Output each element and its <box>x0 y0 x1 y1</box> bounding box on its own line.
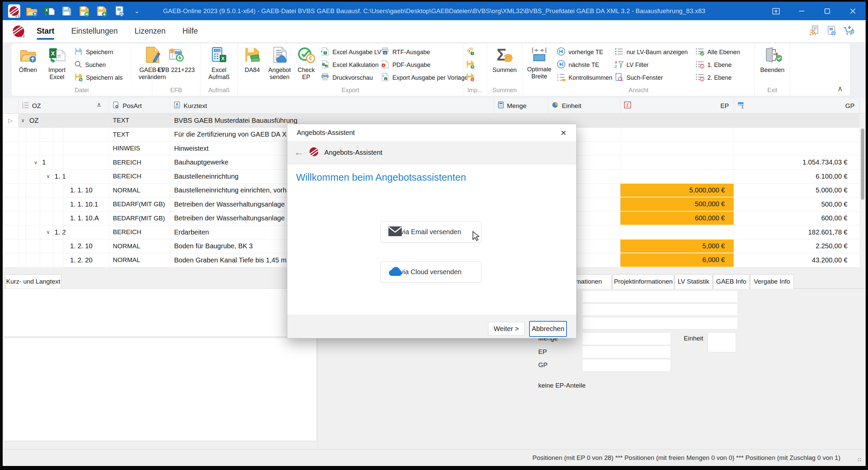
ep-value-cell[interactable]: 5.000,000 € <box>620 184 734 197</box>
import-save-red-button[interactable] <box>466 72 485 83</box>
titlebar: 23 X ⌄ GAEB-Online 2023 (9.5.0.1-x64) - … <box>3 2 866 20</box>
nur-lv-baum-button[interactable]: nur LV-Baum anzeigen <box>615 47 691 58</box>
shop-icon[interactable] <box>843 25 854 38</box>
excel-aufmass-button[interactable]: 0.00X Excel Aufmaß <box>202 46 236 81</box>
manual-icon[interactable] <box>826 25 837 37</box>
ebene2-button[interactable]: 2 2. Ebene <box>695 72 741 83</box>
header-kurztext[interactable]: A Kurztext <box>170 98 494 113</box>
menu-tab-hilfe[interactable]: Hilfe <box>182 25 199 38</box>
header-einheit[interactable]: Einheit <box>548 98 620 113</box>
vorherige-te-button[interactable]: vorherige TE <box>557 47 610 58</box>
weiter-button[interactable]: Weiter > <box>488 322 524 336</box>
info-field-3[interactable] <box>582 317 738 329</box>
tab-vergabe-info[interactable]: Vergabe Info <box>750 274 794 289</box>
chevron-down-icon[interactable]: ∨ <box>19 118 27 124</box>
druckvorschau-button[interactable]: Druckvorschau <box>321 72 376 83</box>
menu-tab-lizenzen[interactable]: Lizenzen <box>134 25 166 38</box>
optimale-breite-button[interactable]: Optimale Breite <box>524 46 554 80</box>
maximize-button[interactable] <box>814 2 840 20</box>
ep-value-cell[interactable]: 500,000 € <box>620 198 734 211</box>
info-field-1[interactable] <box>582 290 738 303</box>
lv-filter-button[interactable]: AZ LV Filter <box>615 60 691 70</box>
info-field-2[interactable] <box>582 303 738 316</box>
tab-lv-statistik[interactable]: LV Statistik <box>675 274 712 289</box>
book-globe-icon[interactable] <box>113 5 125 17</box>
excel-kalkulation-button[interactable]: X Excel Kalkulation <box>321 60 376 70</box>
import-save-green-button[interactable] <box>466 60 485 70</box>
row-expander-icon[interactable]: ▷ <box>8 117 12 124</box>
popup-window-icon[interactable] <box>763 2 789 20</box>
search-button[interactable]: Suchen <box>74 60 126 70</box>
menu-tabs: Start Einstellungen Lizenzen Hilfe <box>36 25 214 38</box>
ep-value-cell[interactable]: 6,000 € <box>620 253 734 267</box>
ep-value-cell[interactable]: 5,000 € <box>620 239 734 253</box>
chevron-down-icon[interactable]: ∨ <box>44 229 52 235</box>
langtext-panel[interactable] <box>3 288 317 441</box>
angebots-assistent-dialog: Angebots-Assistent × ← Angebots-Assisten… <box>287 124 577 338</box>
check-ep-button[interactable]: € Check EP <box>294 46 318 81</box>
efb-button[interactable]: EFB 221+223 <box>154 46 198 74</box>
menu-tab-start[interactable]: Start <box>36 25 55 38</box>
import-excel-icon[interactable]: X <box>43 5 55 17</box>
email-icon <box>388 226 402 238</box>
collapse-ribbon-icon[interactable]: ∧ <box>837 85 843 93</box>
abbrechen-button[interactable]: Abbrechen <box>529 321 567 337</box>
menu-tab-einstellungen[interactable]: Einstellungen <box>70 25 118 38</box>
scrollbar-thumb[interactable] <box>861 129 864 200</box>
svg-text:Σ: Σ <box>626 103 628 108</box>
save-handshake-icon[interactable] <box>78 5 90 17</box>
menge-field[interactable] <box>582 332 671 345</box>
import-excel-button[interactable]: X Import Excel <box>42 46 71 81</box>
ebene1-button[interactable]: 1 1. Ebene <box>695 60 741 70</box>
ep-field[interactable] <box>582 345 671 358</box>
header-menge[interactable]: Menge <box>494 98 548 113</box>
header-ep[interactable]: Σ EP <box>620 98 734 113</box>
toolbar-chevron-icon[interactable]: ⌄ <box>131 5 143 17</box>
naechste-te-button[interactable]: nächste TE <box>557 60 610 70</box>
excel-output-icon: X <box>321 47 330 58</box>
save-as-button[interactable]: Speichern als <box>74 72 126 83</box>
da84-button[interactable]: DA84 <box>240 46 265 74</box>
einheit-field[interactable] <box>708 332 736 352</box>
ep-value-cell[interactable]: 600,000 € <box>620 212 734 225</box>
via-email-button[interactable]: via Email versenden <box>380 222 481 242</box>
resize-grip[interactable] <box>856 457 861 461</box>
header-posart[interactable]: PosArt <box>109 98 170 113</box>
vertical-scrollbar[interactable] <box>860 114 866 267</box>
beenden-button[interactable]: Beenden <box>756 46 788 74</box>
save-as-icon[interactable] <box>96 5 108 17</box>
save-button[interactable]: Speichern <box>74 47 126 58</box>
tab-projektinformationen[interactable]: Projektinformationen <box>613 274 674 289</box>
alle-ebenen-button[interactable]: Alle Ebenen <box>695 47 741 58</box>
chevron-down-icon[interactable]: ∨ <box>44 173 52 179</box>
summen-button[interactable]: Σ Summen <box>488 46 521 74</box>
export-vorlage-button[interactable]: #X Export Ausgabe per Vorlage <box>381 72 462 83</box>
header-gp[interactable]: Σ GP <box>734 98 860 113</box>
save-icon[interactable] <box>61 5 73 17</box>
window-title: GAEB-Online 2023 (9.5.0.1-x64) - GAEB-Da… <box>163 2 705 20</box>
close-icon[interactable]: × <box>557 127 569 139</box>
level2-icon: 2 <box>695 73 704 83</box>
open-button[interactable]: Öffnen <box>13 46 42 74</box>
pdf-ausgabe-button[interactable]: A PDF-Ausgabe <box>381 60 462 70</box>
news-icon[interactable] <box>809 25 820 37</box>
excel-ausgabe-lv-button[interactable]: X Excel Ausgabe LV <box>321 47 376 58</box>
import-tag-button[interactable]: €X <box>466 47 485 58</box>
sort-icon[interactable] <box>96 102 102 110</box>
rtf-ausgabe-button[interactable]: W RTF-Ausgabe <box>381 47 462 58</box>
kontrollsummen-button[interactable]: 123 Kontrollsummen <box>557 72 610 83</box>
back-arrow-icon[interactable]: ← <box>294 147 304 158</box>
tab-kurz-und-langtext[interactable]: Kurz- und Langtext <box>5 274 61 289</box>
all-levels-icon <box>695 47 704 58</box>
tab-gaeb-info[interactable]: GAEB Info <box>713 274 749 289</box>
ribbon-group-label: Exit <box>755 87 790 94</box>
angebot-senden-button[interactable]: Angebot senden <box>265 46 294 81</box>
chevron-down-icon[interactable]: ∨ <box>32 160 39 166</box>
such-fenster-button[interactable]: Such-Fenster <box>615 72 691 83</box>
gp-field[interactable] <box>582 359 671 372</box>
via-cloud-button[interactable]: via Cloud versenden <box>380 261 481 282</box>
open-file-icon[interactable] <box>26 5 38 17</box>
close-button[interactable] <box>840 2 866 20</box>
minimize-button[interactable] <box>789 2 814 20</box>
header-oz[interactable]: 123 OZ <box>19 98 109 113</box>
